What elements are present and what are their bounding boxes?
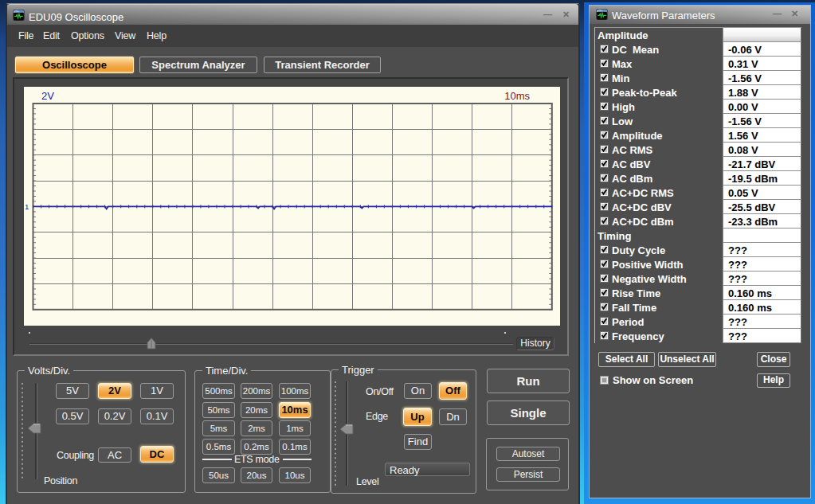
svg-text:10ms: 10ms: [504, 90, 530, 102]
svg-text:1: 1: [25, 202, 29, 211]
svg-text:2V: 2V: [41, 90, 54, 102]
